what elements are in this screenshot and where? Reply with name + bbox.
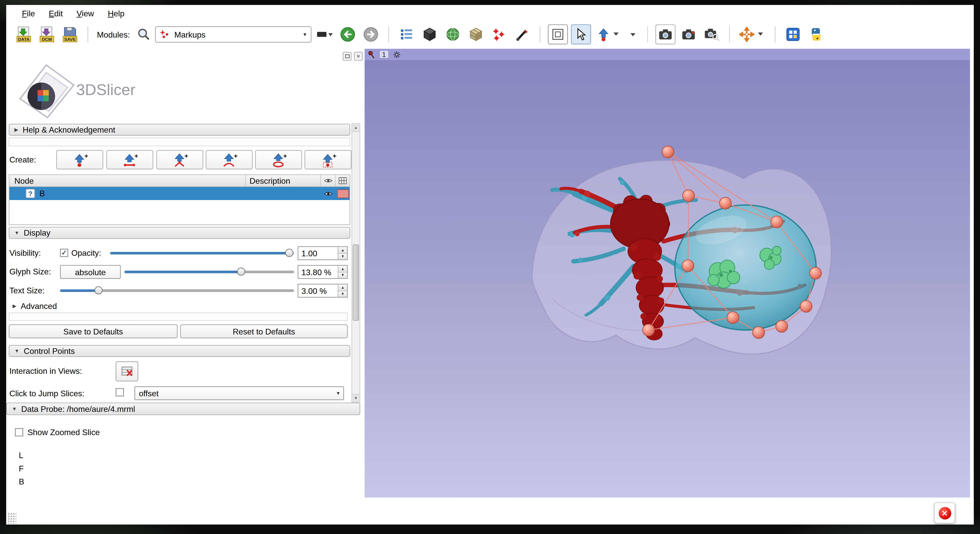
spin-up-button[interactable]: ▲ [339,247,347,253]
save-button[interactable]: SAVE [60,24,80,44]
opacity-spinbox[interactable]: 1.00 ▲▼ [298,246,348,260]
markups-module-button[interactable] [489,24,509,44]
segment-editor-module-button[interactable] [512,24,532,44]
scroll-down-button[interactable]: ▼ [352,394,360,402]
column-node[interactable]: Node [10,175,246,186]
crosshair-button[interactable] [737,24,767,44]
layout-selector-button[interactable] [396,24,416,44]
scrollbar-thumb[interactable] [353,245,359,321]
create-angle-button[interactable]: + [156,150,204,169]
panel-scrollbar[interactable]: ▲ ▼ [352,123,360,403]
opacity-slider[interactable] [110,246,294,260]
spin-up-button[interactable]: ▲ [339,266,347,272]
extensions-manager-button[interactable] [783,24,803,44]
interaction-in-views-button[interactable] [116,361,138,381]
control-point[interactable] [810,267,821,279]
node-color-swatch[interactable] [337,189,348,198]
create-open-curve-icon: + [221,152,237,167]
volume-rendering-module-button[interactable] [420,24,439,44]
toolbar-separator [88,26,88,43]
capture-view-button[interactable] [702,24,722,44]
scroll-up-button[interactable]: ▲ [352,124,360,132]
place-options-dropdown[interactable] [626,24,640,44]
jump-slices-checkbox[interactable] [116,388,124,396]
models-module-button[interactable] [443,24,463,44]
create-line-button[interactable]: + [107,150,153,169]
column-visibility[interactable] [321,175,336,186]
panel-close-button[interactable]: × [354,52,363,60]
show-zoomed-slice-checkbox[interactable] [15,428,23,436]
text-size-slider-handle[interactable] [94,286,102,295]
interaction-mode-button[interactable] [571,24,591,44]
spin-down-button[interactable]: ▼ [339,290,347,297]
glyph-size-value: 13.80 % [298,266,338,278]
resize-grip[interactable] [7,513,16,524]
glyph-size-slider[interactable] [124,265,294,279]
screenshot-button[interactable] [655,24,675,44]
module-search-button[interactable] [135,24,152,44]
menu-help[interactable]: Help [101,6,131,20]
glyph-size-slider-handle[interactable] [237,267,245,276]
collapsed-content-strip [9,313,348,321]
pin-icon[interactable] [368,50,375,59]
create-point-button[interactable]: + [56,150,103,169]
python-console-button[interactable] [806,24,826,44]
section-help-acknowledgement[interactable]: ▶ Help & Acknowledgement [9,124,350,135]
control-point[interactable] [662,146,674,157]
reset-to-defaults-button[interactable]: Reset to Defaults [180,324,348,338]
toolbar-separator [388,26,389,43]
control-point[interactable] [683,190,695,202]
menu-edit[interactable]: Edit [42,6,70,20]
text-size-spinbox[interactable]: 3.00 % ▲▼ [298,284,348,298]
menu-view[interactable]: View [70,6,101,20]
create-roi-button[interactable]: + [305,150,352,169]
load-dicom-button[interactable]: DCM [37,24,57,44]
panel-float-button[interactable] [343,52,352,60]
control-point[interactable] [719,197,731,209]
screen-capture-button[interactable] [548,24,568,44]
menu-file[interactable]: File [15,6,42,20]
control-point[interactable] [776,320,788,332]
column-description[interactable]: Description [246,175,321,186]
create-closed-curve-button[interactable]: + [255,150,302,169]
slice-views-x-icon [121,365,133,378]
module-selector-value: Markups [174,30,299,39]
spin-down-button[interactable]: ▼ [339,272,347,278]
control-point[interactable] [753,327,765,338]
visibility-checkbox[interactable]: ✓ [60,249,68,257]
opacity-slider-handle[interactable] [285,249,293,257]
jump-mode-combo[interactable]: offset ▾ [134,386,344,400]
control-point[interactable] [800,300,812,312]
place-markup-button[interactable] [594,24,623,44]
section-control-points[interactable]: ▼ Control Points [9,345,350,357]
history-back-button[interactable] [338,24,358,44]
text-size-slider[interactable] [60,284,294,298]
view-header-bar[interactable]: 1 [364,49,970,60]
control-point[interactable] [682,260,694,272]
view-options-star-icon[interactable] [393,50,401,59]
create-open-curve-button[interactable]: + [206,150,253,169]
history-forward-button[interactable] [361,24,380,44]
load-data-button[interactable]: DATA [14,24,34,44]
module-selector[interactable]: Markups ▾ [155,26,311,43]
spin-down-button[interactable]: ▼ [339,253,347,260]
volumes-module-button[interactable] [466,24,486,44]
node-visibility-toggle[interactable] [321,190,336,197]
node-row-B[interactable]: ? B [10,187,350,200]
column-settings[interactable] [336,175,350,186]
probe-row-B: B [19,477,24,486]
control-point[interactable] [771,216,783,228]
error-dismiss-button[interactable]: × [934,502,955,523]
save-to-defaults-button[interactable]: Save to Defaults [9,324,178,338]
control-point[interactable] [727,312,739,323]
module-history-button[interactable] [314,24,334,44]
spin-up-button[interactable]: ▲ [339,284,347,290]
control-point[interactable] [643,324,654,336]
section-display[interactable]: ▼ Display [9,227,350,238]
threed-viewport[interactable] [364,60,970,498]
section-data-probe[interactable]: ▼ Data Probe: /home/aure/4.mrml [6,403,360,415]
glyph-size-spinbox[interactable]: 13.80 % ▲▼ [298,265,348,279]
scene-views-button[interactable] [678,24,698,44]
glyph-size-mode-combo[interactable]: absolute [60,265,121,279]
section-advanced[interactable]: ▶ Advanced [13,301,57,311]
